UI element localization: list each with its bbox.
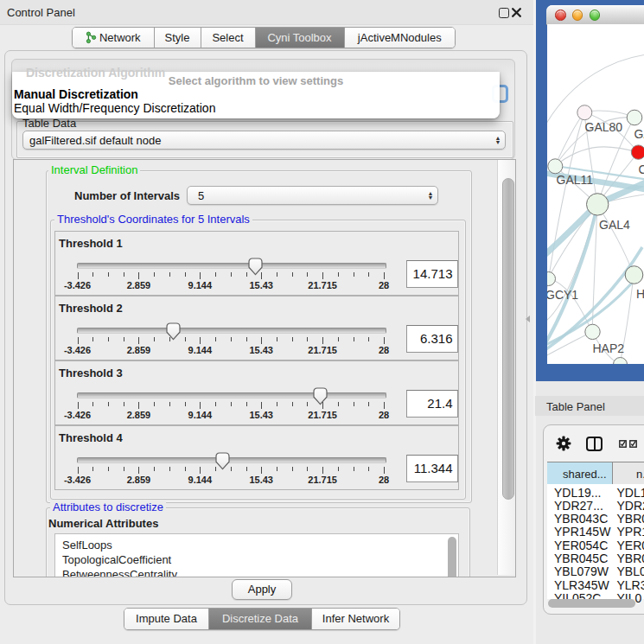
- svg-text:GA: GA: [634, 127, 644, 141]
- svg-text:GAL11: GAL11: [556, 173, 593, 187]
- svg-text:C: C: [638, 162, 644, 175]
- svg-text:H: H: [636, 286, 644, 300]
- svg-text:GAL80: GAL80: [584, 120, 622, 134]
- svg-text:GCY1: GCY1: [547, 287, 578, 301]
- svg-text:HAP2: HAP2: [592, 341, 624, 354]
- svg-text:GAL4: GAL4: [599, 218, 630, 232]
